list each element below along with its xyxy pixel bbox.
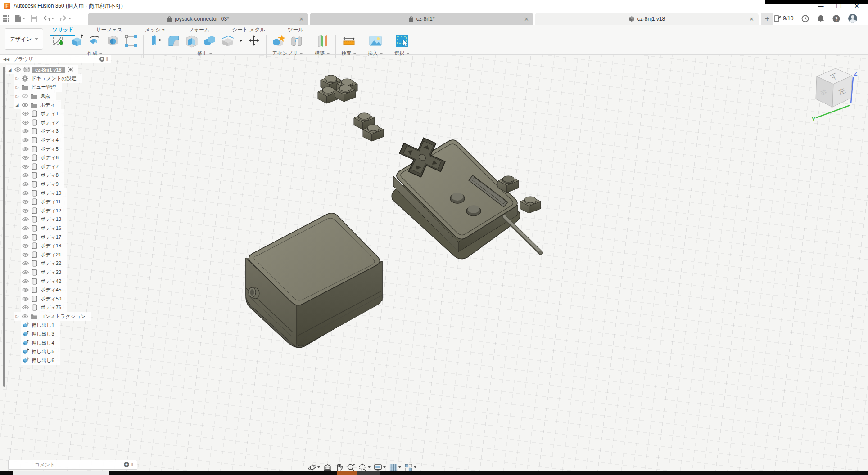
tab-close-icon[interactable]: ✕ — [524, 16, 529, 22]
tree-construction-row[interactable]: ▷ コンストラクション — [14, 312, 91, 321]
browser-scrollbar[interactable] — [3, 67, 5, 387]
joint-icon[interactable] — [290, 34, 303, 48]
redo-icon[interactable] — [60, 15, 72, 22]
inspect-dropdown[interactable]: 検査 — [341, 50, 357, 57]
visibility-eye-icon[interactable] — [21, 251, 29, 258]
visibility-eye-icon[interactable] — [14, 66, 22, 73]
documents-quota[interactable]: 9/10 — [774, 15, 793, 22]
create-dropdown[interactable]: 作成 — [87, 50, 103, 57]
tree-body-row[interactable]: ボディ8 — [21, 171, 64, 180]
tree-body-row[interactable]: ボディ3 — [21, 127, 64, 136]
tree-extrude-row[interactable]: 押し出し6 — [21, 356, 60, 365]
undo-icon[interactable] — [43, 15, 54, 22]
extrude-icon[interactable] — [70, 34, 84, 48]
visibility-eye-icon[interactable] — [21, 154, 29, 161]
tree-doc-settings-row[interactable]: ▷ ドキュメントの設定 — [14, 74, 82, 83]
visibility-eye-icon[interactable] — [21, 198, 29, 205]
tree-body-row[interactable]: ボディ50 — [21, 294, 67, 303]
tab-close-icon[interactable]: ✕ — [299, 16, 304, 22]
select-icon[interactable] — [395, 34, 409, 48]
visibility-off-eye-icon[interactable] — [21, 93, 29, 99]
help-icon[interactable]: ? — [832, 15, 840, 22]
grid-settings-icon[interactable] — [389, 463, 401, 472]
visibility-eye-icon[interactable] — [21, 119, 29, 126]
tab-cz-8rl1[interactable]: cz-8rl1* ✕ — [310, 13, 533, 25]
tree-body-row[interactable]: ボディ13 — [21, 215, 67, 224]
collapse-icon[interactable]: ▷ — [14, 94, 21, 99]
combine-icon[interactable] — [203, 34, 217, 48]
tree-body-row[interactable]: ボディ7 — [21, 162, 64, 171]
tree-body-row[interactable]: ボディ9 — [21, 180, 64, 189]
visibility-eye-icon[interactable] — [21, 287, 29, 293]
visibility-eye-icon[interactable] — [21, 128, 29, 134]
tree-body-row[interactable]: ボディ22 — [21, 259, 67, 268]
tree-body-row[interactable]: ボディ17 — [21, 233, 67, 242]
shell-icon[interactable] — [185, 34, 199, 48]
visibility-eye-icon[interactable] — [21, 269, 29, 276]
zoom-window-icon[interactable] — [358, 463, 371, 472]
collapse-icon[interactable]: ▷ — [14, 76, 21, 81]
tree-body-row[interactable]: ボディ18 — [21, 242, 67, 251]
visibility-eye-icon[interactable] — [21, 163, 29, 170]
tree-body-row[interactable]: ボディ12 — [21, 206, 67, 215]
expand-icon[interactable]: ◢ — [14, 103, 21, 107]
select-dropdown[interactable]: 選択 — [394, 50, 410, 57]
workspace-switcher[interactable]: デザイン — [5, 28, 43, 50]
notifications-bell-icon[interactable] — [817, 15, 824, 22]
modify-more-caret[interactable] — [239, 40, 243, 42]
tree-body-row[interactable]: ボディ21 — [21, 250, 67, 259]
3d-viewport[interactable]: Y Z 上 左 前 ◀◀ ブラウザ ● ‖ ◢ — [0, 55, 868, 471]
visibility-eye-icon[interactable] — [21, 102, 29, 108]
press-pull-icon[interactable] — [149, 34, 163, 48]
visibility-eye-icon[interactable] — [21, 304, 29, 311]
history-clock-icon[interactable] — [801, 15, 809, 22]
insert-dropdown[interactable]: 挿入 — [368, 50, 383, 57]
visibility-eye-icon[interactable] — [21, 260, 29, 267]
expand-icon[interactable]: ◢ — [6, 67, 14, 72]
fillet-icon[interactable] — [167, 34, 181, 48]
visibility-eye-icon[interactable] — [21, 216, 29, 223]
tree-extrude-row[interactable]: 押し出し1 — [21, 321, 60, 330]
root-document-label[interactable]: cz-8nj1 v18 — [32, 67, 65, 73]
tab-close-icon[interactable]: ✕ — [749, 16, 754, 22]
visibility-eye-icon[interactable] — [21, 190, 29, 197]
visibility-eye-icon[interactable] — [21, 296, 29, 302]
visibility-eye-icon[interactable] — [21, 137, 29, 143]
view-cube[interactable]: Y Z 上 左 前 — [812, 68, 857, 123]
tree-body-row[interactable]: ボディ11 — [21, 197, 67, 206]
visibility-eye-icon[interactable] — [21, 181, 29, 188]
visibility-eye-icon[interactable] — [21, 225, 29, 232]
app-grid-menu-icon[interactable] — [3, 15, 9, 22]
pan-hand-icon[interactable] — [335, 463, 344, 472]
visibility-eye-icon[interactable] — [21, 242, 29, 249]
tree-extrude-row[interactable]: 押し出し5 — [21, 347, 60, 356]
tree-extrude-row[interactable]: 押し出し3 — [21, 330, 60, 339]
collapse-icon[interactable]: ▷ — [14, 314, 21, 318]
tree-bodies-folder-row[interactable]: ◢ ボディ — [14, 100, 61, 109]
tree-body-row[interactable]: ボディ42 — [21, 277, 67, 286]
new-component-icon[interactable] — [272, 34, 285, 48]
zoom-icon[interactable] — [347, 463, 355, 472]
hole-icon[interactable] — [106, 34, 120, 48]
revolve-icon[interactable] — [88, 34, 102, 48]
visibility-eye-icon[interactable] — [21, 207, 29, 214]
activate-radio-icon[interactable] — [68, 67, 73, 72]
user-avatar[interactable] — [848, 14, 857, 23]
visibility-eye-icon[interactable] — [21, 313, 29, 320]
tree-body-row[interactable]: ボディ10 — [21, 188, 67, 197]
construction-plane-icon[interactable] — [316, 34, 329, 48]
comment-box[interactable]: コメント + ‖ — [8, 460, 137, 470]
browser-collapse-icon[interactable]: ◀◀ — [3, 57, 9, 62]
pattern-icon[interactable] — [124, 34, 138, 48]
visibility-eye-icon[interactable] — [21, 278, 29, 285]
tree-extrude-row[interactable]: 押し出し4 — [21, 338, 60, 347]
viewports-icon[interactable] — [404, 463, 416, 472]
tree-root-row[interactable]: ◢ cz-8nj1 v18 — [6, 65, 78, 74]
assembly-dropdown[interactable]: アセンブリ — [272, 50, 303, 57]
tree-body-row[interactable]: ボディ2 — [21, 118, 64, 127]
comment-add-icon[interactable]: + — [124, 462, 129, 467]
tab-joystick-connector[interactable]: joystick-connector_03* ✕ — [88, 13, 308, 25]
tree-origin-row[interactable]: ▷ 原点 — [14, 92, 56, 101]
split-body-icon[interactable] — [221, 34, 235, 48]
tree-body-row[interactable]: ボディ6 — [21, 153, 64, 162]
